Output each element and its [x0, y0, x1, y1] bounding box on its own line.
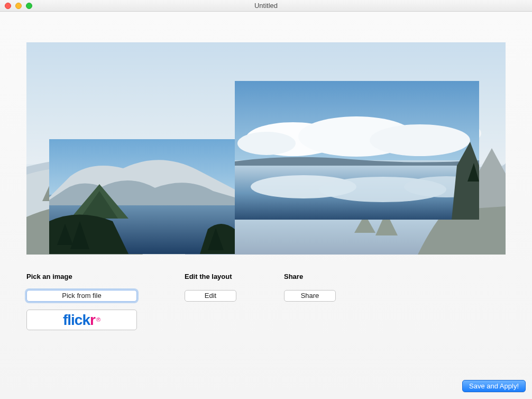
pick-image-section: Pick an image Pick from file flickr® — [26, 273, 137, 330]
maximize-window-button[interactable] — [26, 3, 32, 9]
share-heading: Share — [284, 273, 336, 280]
svg-point-14 — [237, 132, 296, 155]
traffic-lights — [0, 3, 32, 9]
close-window-button[interactable] — [5, 3, 11, 9]
edit-layout-section: Edit the layout Edit — [185, 273, 236, 330]
display-panel-2[interactable] — [235, 81, 479, 220]
edit-button[interactable]: Edit — [185, 290, 236, 302]
minimize-window-button[interactable] — [15, 3, 22, 9]
window-title: Untitled — [0, 2, 532, 10]
flickr-button[interactable]: flickr® — [26, 310, 137, 330]
titlebar: Untitled — [0, 0, 532, 12]
pick-from-file-button[interactable]: Pick from file — [26, 290, 137, 302]
share-section: Share Share — [284, 273, 336, 330]
layout-preview — [26, 42, 506, 255]
controls-row: Pick an image Pick from file flickr® Edi… — [26, 273, 506, 330]
display-panel-1[interactable] — [49, 139, 235, 254]
edit-layout-heading: Edit the layout — [185, 273, 236, 280]
svg-point-13 — [370, 124, 470, 156]
flickr-logo: flickr® — [63, 313, 100, 328]
pick-image-heading: Pick an image — [26, 273, 137, 280]
share-button[interactable]: Share — [284, 290, 336, 302]
content-area: Pick an image Pick from file flickr® Edi… — [0, 12, 532, 399]
save-and-apply-button[interactable]: Save and Apply! — [462, 380, 526, 392]
